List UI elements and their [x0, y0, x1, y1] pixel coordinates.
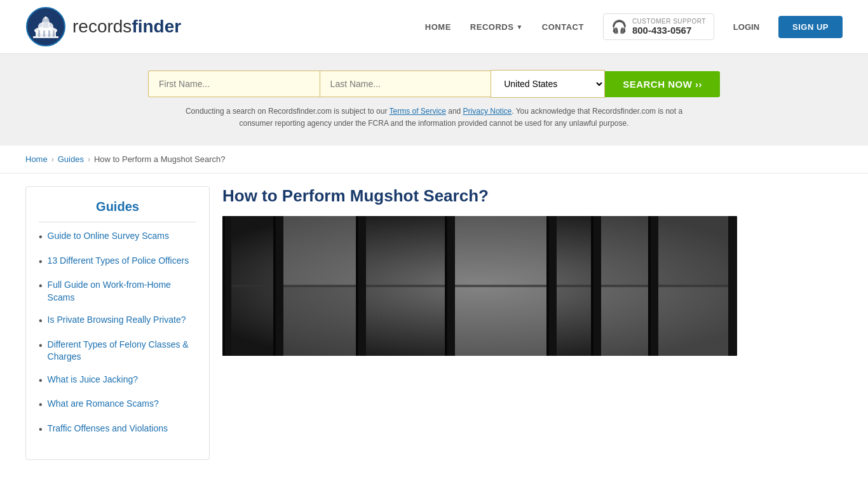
- state-select[interactable]: United States Alabama Alaska Arizona Ark…: [491, 70, 605, 98]
- chevron-down-icon: ▼: [516, 24, 522, 30]
- list-item: What are Romance Scams?: [39, 398, 196, 412]
- prison-bars-image: [222, 216, 737, 356]
- svg-rect-15: [273, 286, 356, 356]
- sidebar-title: Guides: [39, 200, 196, 222]
- search-section: United States Alabama Alaska Arizona Ark…: [0, 54, 868, 146]
- sidebar-item-5[interactable]: What is Juice Jacking?: [48, 374, 138, 386]
- sidebar-item-3[interactable]: Is Private Browsing Really Private?: [48, 314, 186, 327]
- sidebar-item-4[interactable]: Different Types of Felony Classes & Char…: [48, 339, 196, 363]
- svg-rect-32: [546, 216, 549, 356]
- list-item: Is Private Browsing Really Private?: [39, 314, 196, 328]
- headphone-icon: 🎧: [611, 19, 627, 34]
- signup-button[interactable]: SIGN UP: [778, 16, 843, 38]
- breadcrumb-current: How to Perform a Mugshot Search?: [94, 154, 226, 164]
- sidebar-item-6[interactable]: What are Romance Scams?: [48, 398, 159, 410]
- list-item: 13 Different Types of Police Officers: [39, 255, 196, 269]
- sidebar-item-7[interactable]: Traffic Offenses and Violations: [48, 423, 168, 435]
- breadcrumb: Home › Guides › How to Perform a Mugshot…: [0, 146, 868, 173]
- list-item: Traffic Offenses and Violations: [39, 423, 196, 437]
- breadcrumb-home[interactable]: Home: [25, 154, 48, 164]
- sidebar-item-0[interactable]: Guide to Online Survey Scams: [48, 230, 169, 243]
- search-button[interactable]: SEARCH NOW ››: [605, 71, 720, 97]
- svg-rect-30: [356, 216, 358, 356]
- sidebar-item-1[interactable]: 13 Different Types of Police Officers: [48, 255, 189, 268]
- nav-home[interactable]: HOME: [425, 22, 451, 32]
- list-item: Full Guide on Work-from-Home Scams: [39, 279, 196, 304]
- last-name-input[interactable]: [320, 71, 491, 97]
- svg-rect-34: [648, 216, 651, 356]
- article: How to Perform Mugshot Search?: [222, 186, 843, 460]
- svg-rect-10: [48, 30, 50, 37]
- svg-rect-14: [273, 216, 356, 286]
- support-box[interactable]: 🎧 CUSTOMER SUPPORT 800-433-0567: [603, 13, 714, 40]
- svg-rect-9: [43, 30, 45, 37]
- svg-rect-28: [222, 216, 225, 356]
- svg-rect-33: [591, 216, 593, 356]
- header: recordsfinder HOME RECORDS ▼ CONTACT 🎧 C…: [0, 0, 868, 54]
- list-item: Different Types of Felony Classes & Char…: [39, 339, 196, 363]
- nav-contact[interactable]: CONTACT: [542, 22, 584, 32]
- list-item: What is Juice Jacking?: [39, 374, 196, 388]
- svg-rect-18: [591, 286, 737, 356]
- article-title: How to Perform Mugshot Search?: [222, 186, 843, 206]
- svg-rect-19: [222, 285, 737, 287]
- terms-link[interactable]: Terms of Service: [390, 107, 446, 116]
- main-content: Guides Guide to Online Survey Scams13 Di…: [0, 173, 868, 473]
- logo-wordmark: recordsfinder: [72, 17, 181, 37]
- svg-rect-17: [591, 216, 737, 286]
- search-disclaimer: Conducting a search on Recordsfinder.com…: [180, 105, 688, 130]
- privacy-link[interactable]: Privacy Notice: [463, 107, 512, 116]
- svg-rect-11: [53, 30, 55, 37]
- svg-rect-27: [728, 216, 737, 356]
- breadcrumb-sep-2: ›: [88, 155, 90, 164]
- support-info: CUSTOMER SUPPORT 800-433-0567: [632, 18, 706, 36]
- sidebar-item-2[interactable]: Full Guide on Work-from-Home Scams: [48, 279, 196, 304]
- first-name-input[interactable]: [148, 71, 320, 97]
- sidebar: Guides Guide to Online Survey Scams13 Di…: [25, 186, 210, 460]
- svg-rect-8: [38, 30, 40, 37]
- svg-rect-31: [445, 216, 447, 356]
- article-image: [222, 216, 737, 356]
- sidebar-list: Guide to Online Survey Scams13 Different…: [39, 230, 196, 437]
- list-item: Guide to Online Survey Scams: [39, 230, 196, 244]
- nav-records[interactable]: RECORDS ▼: [470, 22, 523, 32]
- svg-rect-29: [273, 216, 276, 356]
- breadcrumb-guides[interactable]: Guides: [58, 154, 84, 164]
- main-nav: HOME RECORDS ▼ CONTACT 🎧 CUSTOMER SUPPOR…: [425, 13, 843, 40]
- search-form: United States Alabama Alaska Arizona Ark…: [148, 70, 720, 98]
- breadcrumb-sep-1: ›: [51, 155, 54, 164]
- logo[interactable]: recordsfinder: [25, 6, 181, 47]
- login-button[interactable]: LOGIN: [733, 22, 759, 32]
- logo-icon: [25, 6, 66, 47]
